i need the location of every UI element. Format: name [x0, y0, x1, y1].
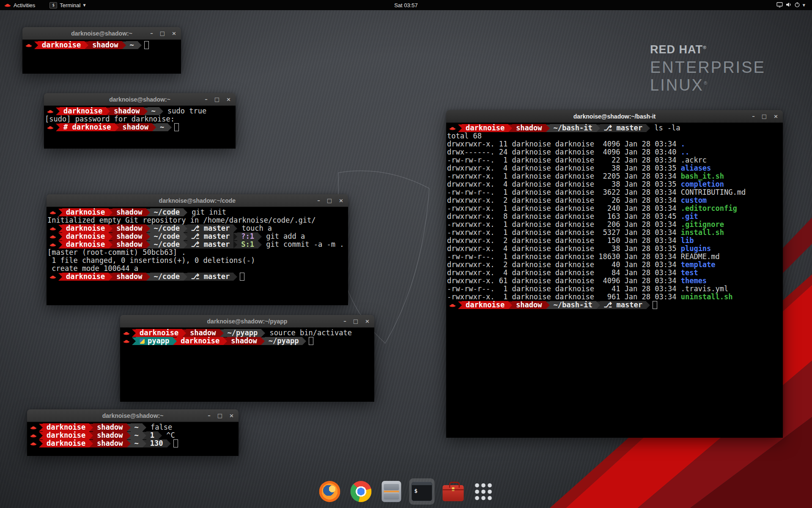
close-button[interactable]: × — [226, 97, 231, 102]
powerline-separator — [127, 424, 131, 431]
clock-button[interactable]: Sat 03:57 — [390, 0, 422, 10]
terminal-line: drwxrwxr-x. 8 darknoise darknoise 163 Ja… — [447, 213, 782, 221]
terminal-line: -rwxrwxr-x. 1 darknoise darknoise 240 Ja… — [447, 204, 782, 213]
prompt-segment-path: ~/bash-it — [550, 301, 596, 309]
terminal-window-home-2: darknoise@shadow:~ – □ × darknoiseshadow… — [27, 409, 239, 453]
terminal-cursor — [144, 41, 149, 49]
close-button[interactable]: × — [172, 30, 176, 36]
redhat-icon — [121, 329, 132, 337]
powerline-separator — [233, 225, 237, 232]
dock-toolbox[interactable] — [441, 480, 466, 503]
close-button[interactable]: × — [339, 198, 343, 203]
dock-terminal[interactable]: $ — [409, 478, 435, 505]
terminal-line: -rwxrwxr-x. 1 darknoise darknoise 206 Ja… — [447, 221, 782, 229]
filename-directory: aliases — [681, 164, 711, 172]
powerline-separator — [39, 440, 43, 447]
prompt-segment-user: darknoise — [43, 439, 89, 447]
prompt-segment-exit-code: 1 — [146, 431, 158, 439]
terminal-text: [master (root-commit) 50bcb63] . — [47, 248, 186, 257]
maximize-button[interactable]: □ — [327, 198, 332, 203]
powerline-separator — [144, 108, 148, 115]
powerline-separator — [184, 225, 187, 232]
terminal-body[interactable]: darknoiseshadow~ sudo true[sudo] passwor… — [44, 106, 236, 149]
window-titlebar[interactable]: darknoise@shadow:~/pyapp – □ × — [120, 315, 374, 328]
minimize-button[interactable]: – — [208, 413, 211, 418]
powerline-separator — [34, 41, 38, 49]
powerline-separator — [89, 440, 93, 447]
terminal-body[interactable]: darknoiseshadow~ — [22, 40, 181, 74]
terminal-line: drwx------. 24 darknoise darknoise 4096 … — [447, 148, 782, 156]
window-titlebar[interactable]: darknoise@shadow:~/bash-it – □ × — [446, 110, 783, 123]
window-title: darknoise@shadow:~/bash-it — [573, 113, 656, 120]
maximize-button[interactable]: □ — [160, 30, 165, 36]
chevron-down-icon: ▼ — [803, 3, 805, 7]
dock-appgrid[interactable] — [472, 480, 495, 503]
firefox-icon — [319, 481, 340, 502]
minimize-button[interactable]: – — [205, 97, 208, 102]
prompt-segment-path: ~/code — [150, 224, 184, 232]
redhat-icon — [47, 224, 58, 232]
powerline-separator — [146, 241, 150, 248]
terminal-body[interactable]: darknoiseshadow~ falsedarknoiseshadow~1 … — [27, 422, 239, 456]
dock-files[interactable] — [380, 479, 403, 504]
prompt-segment-host: shadow — [110, 107, 143, 115]
powerline-separator — [220, 329, 224, 337]
close-button[interactable]: × — [774, 113, 778, 119]
terminal-body[interactable]: darknoiseshadow~/code git initInitialize… — [47, 207, 348, 305]
system-status-button[interactable]: ▼ — [772, 0, 809, 10]
terminal-text: [sudo] password for darknoise: — [45, 115, 179, 123]
terminal-text: drwxrwxr-x. 4 darknoise darknoise 84 Jan… — [447, 269, 681, 277]
desktop: RED HAT® ENTERPRISE LINUX® Activities $ … — [0, 0, 812, 508]
window-titlebar[interactable]: darknoise@shadow:~ – □ × — [22, 27, 181, 40]
prompt-segment-host: shadow — [93, 423, 126, 431]
app-menu-button[interactable]: $ Terminal ▼ — [45, 0, 90, 10]
prompt-segment-path: ~ — [131, 431, 143, 439]
minimize-button[interactable]: – — [150, 30, 153, 36]
powerline-separator — [56, 124, 60, 131]
dock-firefox[interactable] — [317, 479, 343, 504]
prompt-segment-user: darknoise — [62, 240, 109, 248]
minimize-button[interactable]: – — [343, 318, 346, 324]
powerline-separator — [138, 41, 142, 49]
powerline-separator — [58, 233, 62, 240]
terminal-prompt-glyph: $ — [414, 488, 418, 494]
powerline-separator — [546, 124, 550, 132]
minimize-button[interactable]: – — [317, 198, 320, 203]
terminal-body[interactable]: darknoiseshadow~/pyapp source bin/activa… — [120, 328, 374, 402]
terminal-text: false — [146, 423, 172, 431]
maximize-button[interactable]: □ — [214, 97, 219, 102]
powerline-separator — [546, 301, 550, 309]
prompt-segment-git-untracked: ?:1 — [237, 232, 258, 240]
window-titlebar[interactable]: darknoise@shadow:~ – □ × — [27, 409, 239, 422]
terminal-icon: $ — [49, 2, 57, 8]
prompt-segment-git-staged: S:1 — [237, 240, 258, 248]
powerline-separator — [58, 241, 62, 248]
maximize-button[interactable]: □ — [762, 113, 767, 119]
filename-executable: uninstall.sh — [681, 293, 733, 301]
powerline-separator — [58, 225, 62, 232]
window-titlebar[interactable]: darknoise@shadow:~/code – □ × — [47, 194, 348, 207]
terminal-line: drwxrwxr-x. 2 darknoise darknoise 40 Jan… — [447, 261, 782, 269]
terminal-line: drwxrwxr-x. 61 darknoise darknoise 4096 … — [447, 277, 782, 285]
powerline-separator — [182, 329, 186, 337]
powerline-separator — [89, 432, 93, 439]
powerline-separator — [646, 124, 650, 132]
terminal-body[interactable]: darknoiseshadow~/bash-it⎇ master ls -lat… — [446, 123, 783, 438]
powerline-separator — [184, 273, 187, 281]
close-button[interactable]: × — [365, 318, 370, 324]
dock-chrome[interactable] — [348, 479, 374, 504]
terminal-line: darknoiseshadow~/code⎇ master?:1 git add… — [47, 232, 347, 240]
powerline-separator — [39, 424, 43, 431]
terminal-window-pyapp: darknoise@shadow:~/pyapp – □ × darknoise… — [120, 315, 374, 399]
powerline-separator — [173, 337, 177, 345]
minimize-button[interactable]: – — [752, 113, 755, 119]
maximize-button[interactable]: □ — [217, 413, 222, 418]
maximize-button[interactable]: □ — [353, 318, 358, 324]
terminal-window-bash-it: darknoise@shadow:~/bash-it – □ × darknoi… — [446, 110, 783, 435]
close-button[interactable]: × — [229, 413, 234, 418]
activities-button[interactable]: Activities — [0, 0, 39, 10]
window-titlebar[interactable]: darknoise@shadow:~ – □ × — [44, 93, 236, 106]
filename-executable: bash_it.sh — [681, 172, 724, 180]
terminal-icon: $ — [411, 482, 433, 501]
prompt-segment-path: ~/code — [150, 208, 184, 216]
